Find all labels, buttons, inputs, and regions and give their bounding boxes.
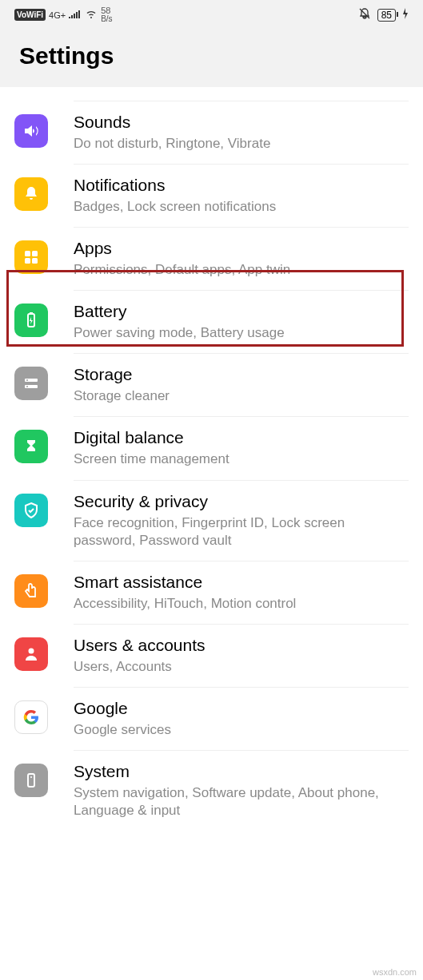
mute-icon <box>358 7 371 22</box>
user-icon <box>14 637 48 671</box>
item-title: Digital balance <box>74 428 409 447</box>
item-title: Battery <box>74 302 409 321</box>
svg-rect-11 <box>28 774 34 787</box>
item-title: Sounds <box>74 113 409 132</box>
svg-rect-5 <box>30 312 33 314</box>
system-icon <box>14 764 48 797</box>
item-title: Notifications <box>74 176 409 195</box>
hourglass-icon <box>14 430 48 463</box>
item-title: Security & privacy <box>74 492 409 511</box>
settings-list[interactable]: Sounds Do not disturb, Ringtone, Vibrate… <box>0 101 423 831</box>
item-subtitle: Power saving mode, Battery usage <box>74 324 409 342</box>
status-left: VoWiFi 4G+ 58 B/s <box>14 6 113 23</box>
svg-rect-1 <box>32 251 38 256</box>
google-icon <box>14 700 48 734</box>
svg-point-10 <box>29 648 34 653</box>
charging-icon <box>402 8 409 22</box>
item-subtitle: Screen time management <box>74 450 409 468</box>
svg-rect-3 <box>32 258 38 264</box>
wifi-icon <box>85 9 98 21</box>
item-title: Google <box>74 699 409 718</box>
settings-item-sounds[interactable]: Sounds Do not disturb, Ringtone, Vibrate <box>0 101 423 165</box>
status-bar: VoWiFi 4G+ 58 B/s 85 <box>0 0 423 26</box>
item-subtitle: Accessibility, HiTouch, Motion control <box>74 595 409 613</box>
settings-item-notifications[interactable]: Notifications Badges, Lock screen notifi… <box>0 165 423 228</box>
network-type: 4G+ <box>49 10 66 20</box>
network-speed: 58 B/s <box>101 6 112 23</box>
bell-icon <box>14 177 48 211</box>
svg-rect-0 <box>25 251 30 256</box>
signal-icon <box>69 9 82 21</box>
settings-item-users-accounts[interactable]: Users & accounts Users, Accounts <box>0 625 423 688</box>
hand-icon <box>14 574 48 608</box>
settings-item-smart-assistance[interactable]: Smart assistance Accessibility, HiTouch,… <box>0 561 423 625</box>
item-subtitle: Google services <box>74 721 409 739</box>
status-right: 85 <box>358 7 409 22</box>
storage-icon <box>14 367 48 400</box>
svg-point-9 <box>26 386 28 387</box>
item-title: Users & accounts <box>74 636 409 655</box>
item-subtitle: Badges, Lock screen notifications <box>74 198 409 216</box>
settings-item-digital-balance[interactable]: Digital balance Screen time management <box>0 417 423 480</box>
item-title: Smart assistance <box>74 573 409 592</box>
item-subtitle: Permissions, Default apps, App twin <box>74 261 409 279</box>
apps-icon <box>14 240 48 274</box>
item-title: Apps <box>74 239 409 258</box>
settings-item-security[interactable]: Security & privacy Face recognition, Fin… <box>0 481 423 561</box>
page-header: Settings <box>0 26 423 87</box>
speed-unit: B/s <box>101 15 112 23</box>
sounds-icon <box>14 114 48 148</box>
item-subtitle: Users, Accounts <box>74 658 409 676</box>
settings-item-storage[interactable]: Storage Storage cleaner <box>0 354 423 417</box>
shield-icon <box>14 494 48 527</box>
item-subtitle: System navigation, Software update, Abou… <box>74 784 409 819</box>
vowifi-badge: VoWiFi <box>14 9 46 21</box>
svg-rect-2 <box>25 258 30 264</box>
settings-item-apps[interactable]: Apps Permissions, Default apps, App twin <box>0 228 423 291</box>
previous-item-edge <box>74 87 409 101</box>
battery-value: 85 <box>381 10 392 21</box>
item-title: System <box>74 762 409 781</box>
settings-item-battery[interactable]: Battery Power saving mode, Battery usage <box>0 291 423 354</box>
svg-point-8 <box>26 379 28 381</box>
battery-icon <box>14 304 48 337</box>
battery-indicator: 85 <box>377 9 396 22</box>
page-title: Settings <box>19 42 404 69</box>
item-subtitle: Do not disturb, Ringtone, Vibrate <box>74 135 409 153</box>
watermark: wsxdn.com <box>373 967 417 977</box>
item-title: Storage <box>74 365 409 384</box>
settings-item-system[interactable]: System System navigation, Software updat… <box>0 751 423 831</box>
svg-point-12 <box>30 776 32 778</box>
settings-item-google[interactable]: Google Google services <box>0 688 423 751</box>
item-subtitle: Face recognition, Fingerprint ID, Lock s… <box>74 514 409 550</box>
item-subtitle: Storage cleaner <box>74 387 409 405</box>
